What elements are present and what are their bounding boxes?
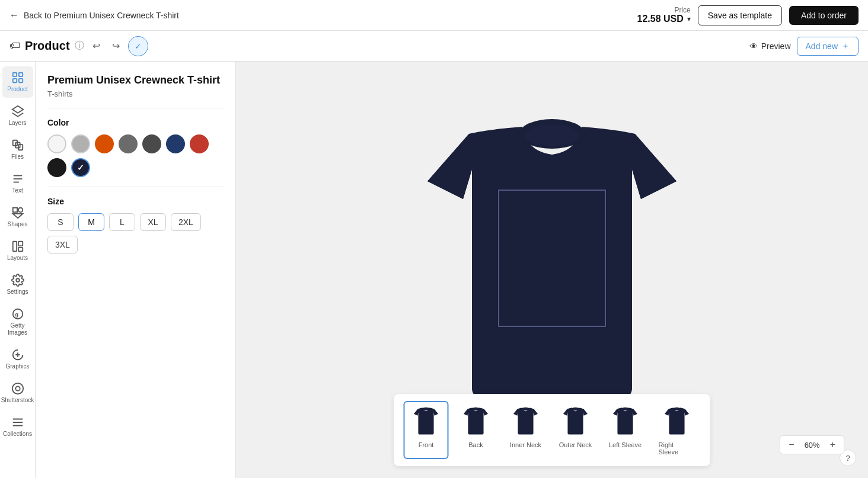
canvas-area: Front Back Inner Neck Outer Neck Left Sl… [236,62,868,478]
size-button-2XL[interactable]: 2XL [171,213,201,231]
sidebar-item-shutterstock[interactable]: Shutterstock [2,377,33,409]
sidebar-label-getty: Getty Images [5,322,31,336]
sidebar-label-product: Product [7,86,27,93]
color-swatch-black[interactable] [47,158,66,177]
sidebar-label-graphics: Graphics [5,363,29,370]
sidebar-item-collections[interactable]: Collections [2,411,33,442]
color-swatch-gray-dark[interactable] [119,134,138,153]
thumbnail-inner-neck[interactable]: Inner Neck [503,401,548,459]
back-link[interactable]: Back to Premium Unisex Crewneck T-shirt [24,11,179,20]
add-new-label: Add new [806,41,838,51]
undo-button[interactable]: ↩ [89,38,104,54]
svg-rect-14 [12,242,16,252]
size-button-M[interactable]: M [78,213,104,231]
info-icon[interactable]: ⓘ [75,40,84,52]
svg-rect-1 [18,73,22,76]
sidebar-item-getty[interactable]: g Getty Images [2,303,33,341]
sidebar-item-layouts[interactable]: Layouts [2,235,33,267]
product-category: T-shirts [47,89,224,98]
product-icon [11,71,24,84]
sidebar-item-layers[interactable]: Layers [2,100,33,131]
color-swatch-gray-darker[interactable] [142,134,161,153]
svg-point-21 [525,124,579,146]
second-bar-right: 👁 Preview Add new ＋ [749,37,859,56]
thumb-svg-inner-neck [509,405,542,438]
sidebar-icons: Product Layers Files Text [0,62,36,478]
zoom-value: 60% [800,441,824,450]
zoom-controls: − 60% + [780,435,844,454]
eye-icon: 👁 [749,41,758,51]
size-button-XL[interactable]: XL [140,213,166,231]
thumbnail-outer-neck[interactable]: Outer Neck [553,401,598,459]
layouts-icon [11,240,24,253]
svg-point-17 [16,278,20,282]
thumb-svg-front [410,405,443,438]
add-to-order-button[interactable]: Add to order [789,6,859,25]
sidebar-label-files: Files [11,153,24,161]
thumb-label-outer-neck: Outer Neck [559,441,592,448]
back-arrow-icon: ← [9,10,19,21]
color-swatch-navy[interactable] [166,134,185,153]
thumb-label-back: Back [468,441,483,448]
svg-rect-0 [12,73,16,76]
sidebar-item-text[interactable]: Text [2,168,33,199]
panel-divider-2 [47,187,224,187]
tshirt-svg [386,98,718,442]
color-swatch-orange[interactable] [95,134,114,153]
sidebar-item-shapes[interactable]: Shapes [2,201,33,233]
thumb-label-left-sleeve: Left Sleeve [609,441,642,448]
svg-point-26 [572,408,579,411]
size-grid: SMLXL2XL3XL [47,213,224,254]
color-swatch-navy-dark[interactable] [71,158,90,177]
thumb-svg-outer-neck [559,405,592,438]
collections-icon [11,416,24,429]
settings-icon [11,274,24,287]
sidebar-item-settings[interactable]: Settings [2,269,33,300]
top-bar-left: ← Back to Premium Unisex Crewneck T-shir… [9,10,179,21]
sidebar-item-product[interactable]: Product [2,66,33,98]
text-icon [11,172,24,185]
color-swatch-red[interactable] [190,134,209,153]
size-button-S[interactable]: S [47,213,74,231]
price-dropdown-icon[interactable]: ▾ [687,15,691,23]
thumbnail-back[interactable]: Back [454,401,499,459]
sidebar-item-graphics[interactable]: Graphics [2,344,33,375]
product-panel: Premium Unisex Crewneck T-shirt T-shirts… [36,62,236,478]
zoom-out-button[interactable]: − [785,438,797,451]
save-template-button[interactable]: Save as template [698,5,782,25]
sidebar-label-text: Text [12,187,23,194]
zoom-in-button[interactable]: + [826,438,839,451]
thumb-svg-right-sleeve [660,405,693,438]
top-bar: ← Back to Premium Unisex Crewneck T-shir… [0,0,868,31]
thumb-label-inner-neck: Inner Neck [510,441,541,448]
size-button-L[interactable]: L [109,213,135,231]
color-swatch-gray-light[interactable] [71,134,90,153]
sidebar-label-collections: Collections [3,431,32,438]
files-icon [11,139,24,152]
size-button-3XL[interactable]: 3XL [47,236,78,254]
redo-button[interactable]: ↪ [108,38,123,54]
svg-rect-5 [12,140,17,146]
thumb-svg-back [459,405,493,438]
product-name: Premium Unisex Crewneck T-shirt [47,73,224,87]
svg-point-24 [472,408,480,411]
svg-point-23 [422,408,430,411]
svg-marker-4 [12,106,23,113]
color-grid [47,134,224,177]
preview-button[interactable]: 👁 Preview [749,41,791,51]
thumbnail-front[interactable]: Front [404,401,449,459]
color-swatch-white[interactable] [47,134,66,153]
thumbnail-right-sleeve[interactable]: Right Sleeve [653,401,701,459]
add-new-button[interactable]: Add new ＋ [797,37,859,56]
top-bar-right: Price 12.58 USD ▾ Save as template Add t… [637,5,859,25]
size-section-label: Size [47,197,224,206]
thumb-label-right-sleeve: Right Sleeve [659,441,695,455]
page-title: Product [25,39,70,53]
svg-rect-11 [12,208,17,212]
thumbnail-left-sleeve[interactable]: Left Sleeve [603,401,648,459]
layers-icon [11,105,24,118]
shapes-icon [11,206,24,219]
confirm-button[interactable]: ✓ [128,36,148,56]
thumbnails-bar: Front Back Inner Neck Outer Neck Left Sl… [394,394,710,466]
sidebar-item-files[interactable]: Files [2,134,33,165]
